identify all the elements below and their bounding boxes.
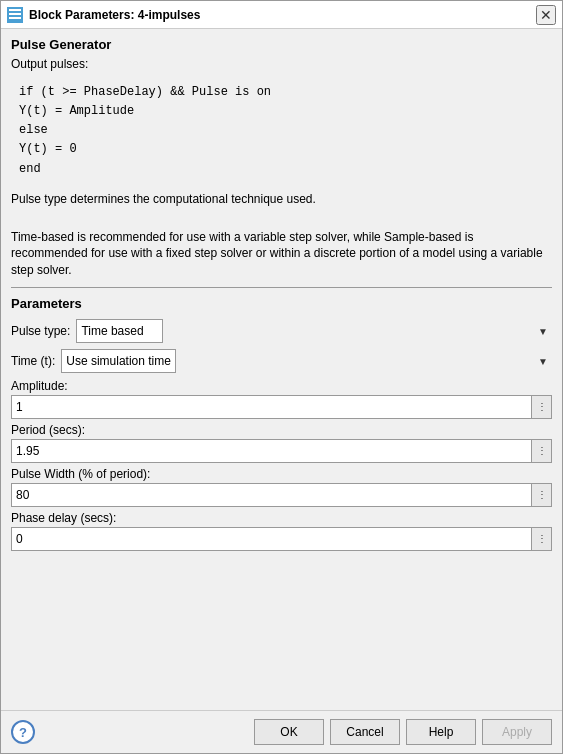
code-line-1: if (t >= PhaseDelay) && Pulse is on xyxy=(19,83,544,102)
output-label: Output pulses: xyxy=(11,56,552,73)
pulse-width-block: Pulse Width (% of period): ⋮ xyxy=(11,467,552,507)
help-button[interactable]: Help xyxy=(406,719,476,745)
svg-rect-1 xyxy=(9,13,21,15)
pulse-type-label: Pulse type: xyxy=(11,324,70,338)
pulse-width-input[interactable] xyxy=(11,483,532,507)
pulse-type-arrow-icon: ▼ xyxy=(538,325,548,336)
parameters-label: Parameters xyxy=(11,296,552,311)
period-label: Period (secs): xyxy=(11,423,552,437)
title-bar: Block Parameters: 4-impulses ✕ xyxy=(1,1,562,29)
dialog-icon xyxy=(7,7,23,23)
code-line-3: else xyxy=(19,121,544,140)
footer-left: ? xyxy=(11,720,35,744)
pulse-width-label: Pulse Width (% of period): xyxy=(11,467,552,481)
pulse-width-btn[interactable]: ⋮ xyxy=(532,483,552,507)
code-line-4: Y(t) = 0 xyxy=(19,140,544,159)
time-label: Time (t): xyxy=(11,354,55,368)
pulse-type-row: Pulse type: Time based Sample based ▼ xyxy=(11,319,552,343)
phase-delay-block: Phase delay (secs): ⋮ xyxy=(11,511,552,551)
amplitude-label: Amplitude: xyxy=(11,379,552,393)
period-input-row: ⋮ xyxy=(11,439,552,463)
section-title: Pulse Generator xyxy=(11,37,552,52)
content-area: Pulse Generator Output pulses: if (t >= … xyxy=(1,29,562,710)
time-row: Time (t): Use simulation time Use extern… xyxy=(11,349,552,373)
amplitude-btn[interactable]: ⋮ xyxy=(532,395,552,419)
pulse-type-wrapper: Time based Sample based ▼ xyxy=(76,319,552,343)
description-2: Time-based is recommended for use with a… xyxy=(11,229,552,279)
cancel-button[interactable]: Cancel xyxy=(330,719,400,745)
close-button[interactable]: ✕ xyxy=(536,5,556,25)
period-block: Period (secs): ⋮ xyxy=(11,423,552,463)
ok-button[interactable]: OK xyxy=(254,719,324,745)
dialog-title: Block Parameters: 4-impulses xyxy=(29,8,536,22)
period-btn[interactable]: ⋮ xyxy=(532,439,552,463)
time-wrapper: Use simulation time Use external signal … xyxy=(61,349,552,373)
code-line-5: end xyxy=(19,160,544,179)
phase-delay-input-row: ⋮ xyxy=(11,527,552,551)
block-parameters-dialog: Block Parameters: 4-impulses ✕ Pulse Gen… xyxy=(0,0,563,754)
amplitude-input-row: ⋮ xyxy=(11,395,552,419)
svg-rect-3 xyxy=(9,9,21,11)
amplitude-block: Amplitude: ⋮ xyxy=(11,379,552,419)
code-line-2: Y(t) = Amplitude xyxy=(19,102,544,121)
time-select[interactable]: Use simulation time Use external signal xyxy=(61,349,176,373)
phase-delay-btn[interactable]: ⋮ xyxy=(532,527,552,551)
phase-delay-input[interactable] xyxy=(11,527,532,551)
separator xyxy=(11,287,552,288)
description-1: Pulse type determines the computational … xyxy=(11,191,552,208)
code-block: if (t >= PhaseDelay) && Pulse is on Y(t)… xyxy=(11,79,552,183)
amplitude-input[interactable] xyxy=(11,395,532,419)
phase-delay-label: Phase delay (secs): xyxy=(11,511,552,525)
svg-rect-2 xyxy=(9,17,21,19)
apply-button[interactable]: Apply xyxy=(482,719,552,745)
period-input[interactable] xyxy=(11,439,532,463)
pulse-width-input-row: ⋮ xyxy=(11,483,552,507)
footer: ? OK Cancel Help Apply xyxy=(1,710,562,753)
pulse-type-select[interactable]: Time based Sample based xyxy=(76,319,163,343)
time-arrow-icon: ▼ xyxy=(538,355,548,366)
help-circle-button[interactable]: ? xyxy=(11,720,35,744)
